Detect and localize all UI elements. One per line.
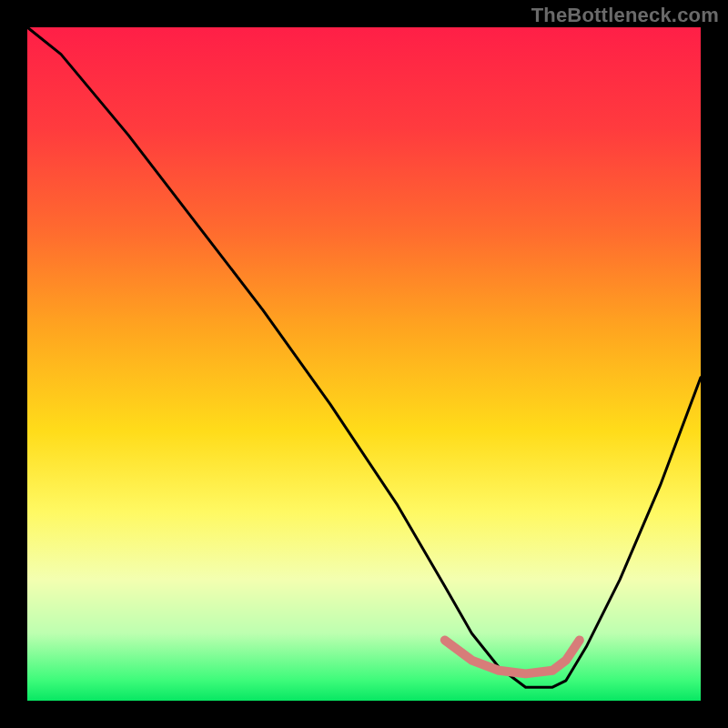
chart-frame: TheBottleneck.com (0, 0, 728, 728)
gradient-background (27, 27, 701, 701)
watermark-text: TheBottleneck.com (531, 4, 719, 27)
bottleneck-chart (0, 0, 728, 728)
